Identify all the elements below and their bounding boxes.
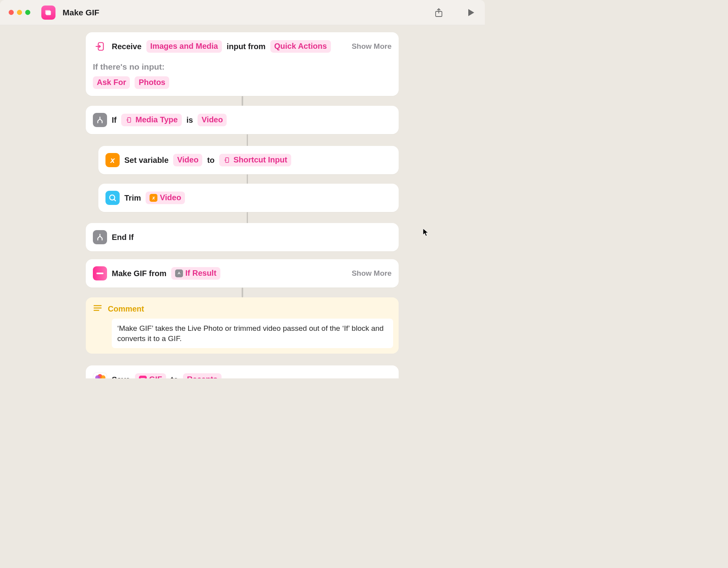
make-gif-icon bbox=[93, 266, 107, 280]
mouse-cursor-icon bbox=[423, 228, 429, 237]
minimize-dot[interactable] bbox=[17, 10, 22, 15]
makegif-show-more[interactable]: Show More bbox=[352, 269, 392, 278]
shortcut-app-icon bbox=[41, 6, 55, 20]
receive-mid: input from bbox=[227, 42, 266, 51]
play-icon bbox=[467, 8, 475, 17]
make-gif-action-card[interactable]: Make GIF from If Result Show More bbox=[86, 259, 399, 288]
share-button[interactable] bbox=[434, 7, 444, 18]
save-label: Save bbox=[112, 375, 130, 378]
comment-body[interactable]: ‘Make GIF’ takes the Live Photo or trimm… bbox=[112, 319, 393, 348]
recents-token[interactable]: Recents bbox=[183, 373, 222, 378]
receive-images-media-token[interactable]: Images and Media bbox=[146, 40, 222, 53]
connector-5 bbox=[242, 288, 243, 297]
svg-rect-1 bbox=[45, 10, 50, 14]
receive-prefix: Receive bbox=[112, 42, 142, 51]
doc-magic-icon bbox=[125, 116, 133, 124]
save-to: to bbox=[171, 375, 178, 378]
no-input-header: If there's no input: bbox=[91, 55, 393, 76]
if-label: If bbox=[112, 116, 116, 125]
images-icon bbox=[44, 8, 53, 17]
run-button[interactable] bbox=[466, 7, 476, 18]
variable-icon: x bbox=[105, 153, 120, 167]
lines-icon bbox=[93, 304, 102, 312]
shortcut-input-mini-icon bbox=[223, 156, 231, 164]
if-action-card[interactable]: If Media Type is Video bbox=[86, 106, 399, 134]
gif-token[interactable]: GIF bbox=[135, 373, 166, 378]
connector-3 bbox=[247, 174, 248, 184]
close-dot[interactable] bbox=[9, 10, 14, 15]
photos-app-icon bbox=[93, 373, 107, 378]
shortcut-input-text: Shortcut Input bbox=[233, 155, 287, 164]
traffic-lights bbox=[9, 10, 30, 15]
if-video-token[interactable]: Video bbox=[198, 114, 227, 126]
trim-video-text: Video bbox=[160, 193, 181, 202]
quicklook-app-icon bbox=[105, 191, 120, 205]
photos-token[interactable]: Photos bbox=[135, 76, 169, 89]
gif-mini-icon bbox=[139, 376, 147, 378]
if-result-token[interactable]: If Result bbox=[171, 267, 220, 280]
gif-text: GIF bbox=[149, 375, 162, 378]
comment-card[interactable]: Comment ‘Make GIF’ takes the Live Photo … bbox=[86, 297, 399, 354]
media-type-text: Media Type bbox=[135, 115, 177, 124]
zoom-dot[interactable] bbox=[25, 10, 30, 15]
shortcut-input-token[interactable]: Shortcut Input bbox=[219, 154, 291, 166]
share-icon bbox=[434, 8, 443, 17]
photos-flower-icon bbox=[94, 374, 105, 378]
set-variable-action-card[interactable]: x Set variable Video to Shortcut Input bbox=[98, 146, 399, 174]
setvar-varname-token[interactable]: Video bbox=[173, 154, 202, 166]
comment-title: Comment bbox=[108, 304, 144, 314]
trim-video-token[interactable]: x Video bbox=[146, 192, 185, 204]
connector-2 bbox=[247, 134, 248, 146]
receive-icon bbox=[93, 39, 107, 53]
window-title: Make GIF bbox=[63, 8, 99, 17]
svg-point-6 bbox=[110, 195, 115, 200]
end-if-icon bbox=[93, 230, 107, 244]
receive-action-card[interactable]: Receive Images and Media input from Quic… bbox=[86, 32, 399, 96]
branch-icon bbox=[96, 116, 104, 124]
receive-quick-actions-token[interactable]: Quick Actions bbox=[270, 40, 331, 53]
setvar-to: to bbox=[207, 156, 214, 165]
magnify-q-icon bbox=[108, 194, 117, 202]
if-is: is bbox=[187, 116, 193, 125]
input-arrow-doc-icon bbox=[95, 41, 105, 52]
titlebar: Make GIF bbox=[0, 0, 485, 25]
makegif-label: Make GIF from bbox=[112, 269, 166, 278]
editor-canvas[interactable]: Receive Images and Media input from Quic… bbox=[0, 25, 485, 378]
end-if-action-card[interactable]: End If bbox=[86, 223, 399, 251]
ask-for-token[interactable]: Ask For bbox=[93, 76, 130, 89]
variable-mini-icon: x bbox=[150, 194, 157, 202]
if-icon bbox=[93, 113, 107, 127]
connector-1 bbox=[242, 96, 243, 106]
action-stack: Receive Images and Media input from Quic… bbox=[86, 32, 399, 378]
svg-rect-7 bbox=[96, 273, 103, 274]
gif-glyph-icon bbox=[96, 271, 104, 276]
branch-mini-icon bbox=[175, 269, 183, 277]
setvar-a: Set variable bbox=[124, 156, 168, 165]
receive-show-more[interactable]: Show More bbox=[352, 42, 392, 51]
branch-icon bbox=[96, 233, 104, 242]
trim-action-card[interactable]: Trim x Video bbox=[98, 184, 399, 212]
trim-label: Trim bbox=[124, 194, 141, 203]
if-media-type-token[interactable]: Media Type bbox=[121, 114, 181, 126]
save-action-card[interactable]: Save GIF to Recents bbox=[86, 365, 399, 378]
end-if-label: End If bbox=[112, 233, 134, 242]
if-result-text: If Result bbox=[185, 269, 216, 278]
comment-icon bbox=[93, 304, 102, 314]
svg-rect-8 bbox=[140, 378, 145, 378]
shortcuts-editor-window: Make GIF bbox=[0, 0, 485, 378]
